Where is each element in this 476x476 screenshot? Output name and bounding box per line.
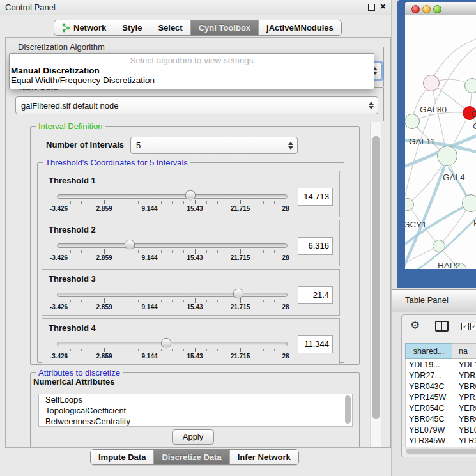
algorithm-dropdown-popup: Select algorithm to view settings Manual…	[9, 53, 374, 89]
network-node[interactable]	[405, 114, 420, 129]
slider-track[interactable]	[57, 293, 288, 297]
cell[interactable]: YBR0	[453, 415, 476, 424]
threshold-value-field[interactable]: 14.713	[298, 188, 333, 206]
maximize-traffic-light-icon[interactable]	[433, 5, 441, 13]
tab-infer-network[interactable]: Infer Network	[229, 450, 298, 464]
threshold-value-field[interactable]: 11.344	[298, 335, 333, 353]
tick-label: 9.144	[141, 303, 157, 311]
panel-scrollbar[interactable]	[370, 122, 381, 447]
dropdown-option-equal-width-frequency[interactable]: Equal Width/Frequency Discretization	[10, 75, 374, 85]
tab-style[interactable]: Style	[114, 20, 150, 35]
slider-handle[interactable]	[233, 289, 243, 298]
tab-select[interactable]: Select	[150, 20, 190, 35]
tab-label: Cyni Toolbox	[199, 23, 250, 33]
network-canvas[interactable]: GAL80 G C GAL11 GAL4 GCY1 H HAP2	[405, 15, 476, 269]
threshold-slider[interactable]: -3.426 2.859 9.144 15.43 21.715 28	[59, 241, 286, 263]
slider-handle[interactable]	[125, 240, 135, 249]
tick-label: 28	[282, 303, 289, 311]
table-row[interactable]: YER054CYER0	[406, 403, 476, 413]
threshold-3-panel: Threshold 3 -3.426 2.859 9.144	[42, 269, 340, 316]
cell[interactable]: YDR2	[453, 371, 476, 380]
table-row[interactable]: YBR043CYBR0	[406, 381, 476, 392]
tab-jactivemnodules[interactable]: jActiveMNodules	[258, 20, 341, 35]
close-icon[interactable]: ×	[380, 1, 386, 12]
threshold-slider[interactable]: -3.426 2.859 9.144 15.43 21.715 28	[59, 192, 286, 213]
list-item[interactable]: TopologicalCoefficient	[39, 405, 352, 416]
slider-handle[interactable]	[161, 338, 171, 347]
cell[interactable]: YLR345W	[406, 436, 453, 445]
network-node[interactable]	[437, 146, 457, 166]
panel-scrollbar-thumb[interactable]	[372, 136, 380, 419]
dropdown-placeholder: Select algorithm to view settings	[10, 54, 374, 65]
group-title: Interval Definition	[36, 121, 105, 131]
network-node[interactable]	[462, 194, 476, 212]
threshold-slider[interactable]: -3.426 2.859 9.144 15.43 21.715 28	[59, 339, 286, 361]
cell[interactable]: YER0	[453, 404, 476, 413]
close-traffic-light-icon[interactable]	[411, 5, 420, 13]
numerical-attributes-label: Numerical Attributes	[33, 377, 114, 387]
list-item[interactable]: BetweennessCentrality	[39, 416, 352, 427]
slider-track[interactable]	[57, 342, 288, 346]
threshold-slider[interactable]: -3.426 2.859 9.144 15.43 21.715 28	[59, 290, 286, 312]
cell[interactable]: YBR043C	[406, 382, 453, 391]
table-panel-card: ⚙ ✓ ✓ shared... na YDL19...YDL1 YDR27...…	[401, 314, 476, 457]
cell[interactable]: YDR27...	[406, 371, 453, 380]
numerical-attributes-list[interactable]: SelfLoops TopologicalCoefficient Between…	[38, 394, 353, 427]
column-header-name[interactable]: na	[452, 343, 476, 359]
apply-button[interactable]: Apply	[172, 429, 214, 445]
column-header-shared-name[interactable]: shared...	[405, 343, 452, 359]
app-window: Control Panel × Network Style	[0, 0, 476, 476]
network-node[interactable]	[464, 78, 476, 93]
table-row[interactable]: YPR145WYPR1	[406, 392, 476, 403]
cell[interactable]: YBL079W	[406, 426, 453, 434]
tab-cyni-toolbox[interactable]: Cyni Toolbox	[190, 20, 258, 35]
tick-label: 2.859	[96, 303, 112, 311]
network-node[interactable]	[423, 75, 440, 91]
slider-major-ticks	[59, 249, 286, 254]
table-row[interactable]: YDR27...YDR2	[406, 370, 476, 381]
node-table[interactable]: YDL19...YDL1 YDR27...YDR2 YBR043CYBR0 YP…	[405, 359, 476, 449]
minimize-traffic-light-icon[interactable]	[422, 5, 431, 13]
cell[interactable]: YLR3	[453, 436, 476, 445]
table-data-combobox[interactable]: galFiltered.sif default node	[15, 96, 378, 114]
split-columns-icon[interactable]	[435, 321, 449, 332]
right-region: GAL80 G C GAL11 GAL4 GCY1 H HAP2 Table P…	[392, 0, 476, 476]
cell[interactable]: YBR0	[453, 382, 476, 391]
slider-track[interactable]	[57, 243, 288, 248]
list-scrollbar-thumb[interactable]	[345, 395, 351, 424]
num-intervals-combobox[interactable]: 5	[130, 137, 298, 154]
slider-handle[interactable]	[185, 190, 196, 199]
table-horizontal-scrollbar[interactable]	[405, 447, 476, 455]
cell[interactable]: YDL19...	[406, 360, 453, 369]
threshold-2-panel: Threshold 2 -3.426 2.859 9.144	[42, 220, 340, 266]
table-hscrollbar-thumb[interactable]	[406, 449, 476, 454]
network-view-window[interactable]: GAL80 G C GAL11 GAL4 GCY1 H HAP2	[397, 0, 476, 288]
slider-track[interactable]	[57, 194, 288, 199]
cell[interactable]: YER054C	[406, 404, 453, 413]
threshold-value-field[interactable]: 6.316	[298, 237, 333, 255]
cell[interactable]: YBL0	[453, 426, 476, 434]
tick-label: 15.43	[187, 353, 203, 360]
cell[interactable]: YPR145W	[406, 393, 453, 402]
table-row[interactable]: YLR345WYLR3	[406, 435, 476, 446]
float-window-icon[interactable]	[368, 4, 375, 11]
cell[interactable]: YPR1	[453, 393, 476, 402]
dropdown-option-manual-discretization[interactable]: Manual Discretization	[10, 66, 374, 75]
tab-network[interactable]: Network	[54, 20, 114, 35]
checkbox-checked-icon[interactable]: ✓	[461, 323, 469, 330]
tab-impute-data[interactable]: Impute Data	[91, 450, 153, 464]
checkbox-checked-icon[interactable]: ✓	[470, 323, 476, 330]
table-row[interactable]: YBL079WYBL0	[406, 424, 476, 435]
gear-icon[interactable]: ⚙	[410, 319, 420, 332]
network-window-titlebar[interactable]	[405, 2, 476, 16]
tab-discretize-data[interactable]: Discretize Data	[153, 450, 229, 464]
threshold-value-field[interactable]: 21.4	[298, 286, 333, 304]
cell[interactable]: YDL1	[453, 360, 476, 369]
tab-label: Network	[73, 23, 106, 33]
table-row[interactable]: YBR045CYBR0	[406, 413, 476, 424]
list-item[interactable]: SelfLoops	[39, 394, 352, 405]
node-label-gal80: GAL80	[420, 105, 447, 114]
table-row[interactable]: YDL19...YDL1	[406, 359, 476, 370]
network-node[interactable]	[433, 240, 445, 252]
cell[interactable]: YBR045C	[406, 415, 453, 424]
